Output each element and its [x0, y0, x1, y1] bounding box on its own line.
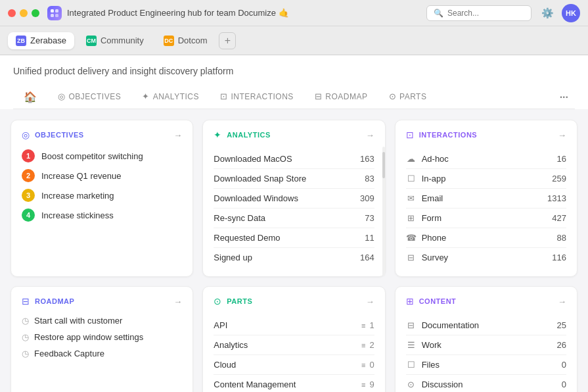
tab-dotcom[interactable]: DC Dotcom: [156, 32, 215, 49]
roadmap-rows: ◷ Start call with customer ◷ Restore app…: [22, 316, 182, 358]
objective-item-2: 2 Increase Q1 revenue: [22, 169, 182, 182]
content-label-0: Documentation: [422, 320, 479, 330]
user-avatar[interactable]: HK: [562, 4, 580, 22]
roadmap-clock-2: ◷: [22, 349, 29, 358]
card-objectives-header: ◎ OBJECTIVES →: [22, 130, 182, 140]
dashboard-row-1: ◎ OBJECTIVES → 1 Boost competitor switch…: [11, 120, 577, 277]
parts-label-2: Cloud: [214, 360, 236, 370]
nav-tab-interactions-label: INTERACTIONS: [231, 92, 293, 101]
form-icon: ⊞: [406, 213, 417, 223]
interaction-left-0: ☁ Ad-hoc: [406, 154, 449, 164]
card-content-title: CONTENT: [419, 297, 457, 305]
interaction-label-0: Ad-hoc: [422, 154, 449, 164]
card-analytics-header: ✦ ANALYTICS →: [214, 130, 374, 140]
interaction-left-3: ⊞ Form: [406, 213, 441, 223]
analytics-nav-icon: ✦: [142, 91, 150, 101]
tab-label-dotcom: Dotcom: [178, 36, 208, 45]
analytics-row-0: Downloaded MacOS 163: [214, 149, 374, 169]
objectives-list: 1 Boost competitor switching 2 Increase …: [22, 149, 182, 222]
interaction-label-5: Survey: [422, 253, 448, 262]
nav-tabs-more-button[interactable]: ···: [553, 87, 575, 107]
parts-count-group-3: ≡ 9: [361, 380, 374, 389]
nav-tab-interactions[interactable]: ⊡ INTERACTIONS: [210, 86, 304, 108]
search-box[interactable]: 🔍: [426, 5, 531, 21]
tab-favicon-community: CM: [86, 36, 97, 46]
parts-lines-icon-3: ≡: [361, 381, 365, 389]
content-left-0: ⊟ Documentation: [406, 320, 479, 330]
objective-badge-4: 4: [22, 208, 35, 222]
objective-item-3: 3 Increase marketing: [22, 189, 182, 202]
card-interactions: ⊡ INTERACTIONS → ☁ Ad-hoc 16 ☐ In-app: [395, 120, 577, 277]
interaction-count-2: 1313: [547, 193, 566, 203]
card-roadmap-header: ⊟ ROADMAP →: [22, 296, 182, 306]
content-row-3: ⊙ Discussion 0: [406, 375, 566, 392]
files-icon: ☐: [406, 360, 417, 370]
parts-row-3: Content Management ≡ 9: [214, 375, 374, 392]
card-interactions-title: INTERACTIONS: [419, 131, 478, 139]
objective-badge-3: 3: [22, 189, 35, 202]
analytics-label-3: Re-sync Data: [214, 213, 265, 223]
card-parts-title-group: ⊙ PARTS: [214, 296, 252, 306]
roadmap-label-2: Feedback Capture: [34, 349, 104, 358]
tab-favicon-zerabase: ZB: [16, 36, 26, 46]
roadmap-nav-icon: ⊟: [315, 91, 323, 101]
parts-arrow[interactable]: →: [366, 297, 374, 306]
objective-label-1: Boost competitor switching: [41, 151, 143, 161]
minimize-button[interactable]: [20, 9, 28, 17]
card-content-title-group: ⊞ CONTENT: [406, 296, 457, 306]
svg-rect-0: [51, 9, 54, 12]
parts-label-3: Content Management: [214, 380, 296, 389]
card-analytics: ✦ ANALYTICS → Downloaded MacOS 163 Downl…: [202, 120, 385, 277]
interaction-left-2: ✉ Email: [406, 193, 443, 203]
nav-tab-objectives[interactable]: ◎ OBJECTIVES: [47, 86, 131, 108]
analytics-label-1: Downloaded Snap Store: [214, 174, 306, 184]
email-icon: ✉: [406, 193, 417, 203]
roadmap-arrow[interactable]: →: [173, 297, 182, 306]
add-tab-button[interactable]: +: [219, 32, 236, 49]
nav-tab-parts[interactable]: ⊙ PARTS: [378, 86, 438, 108]
content-row-0: ⊟ Documentation 25: [406, 316, 566, 335]
interaction-row-3: ⊞ Form 427: [406, 208, 566, 228]
nav-tab-analytics-label: ANALYTICS: [153, 92, 199, 101]
content-label-3: Discussion: [422, 380, 463, 389]
content-arrow[interactable]: →: [558, 297, 566, 306]
roadmap-label-1: Restore app window settings: [34, 332, 143, 342]
objective-item-1: 1 Boost competitor switching: [22, 149, 182, 162]
roadmap-item-2: ◷ Feedback Capture: [22, 349, 182, 358]
tab-community[interactable]: CM Community: [78, 32, 152, 49]
scroll-thumb[interactable]: [382, 152, 385, 178]
maximize-button[interactable]: [32, 9, 39, 17]
roadmap-item-0: ◷ Start call with customer: [22, 316, 182, 326]
nav-tab-home[interactable]: 🏠: [13, 86, 47, 109]
work-icon: ☰: [406, 340, 417, 350]
survey-icon: ⊟: [406, 253, 417, 262]
analytics-count-4: 11: [365, 233, 374, 243]
card-interactions-header: ⊡ INTERACTIONS →: [406, 130, 566, 140]
interactions-arrow[interactable]: →: [558, 130, 566, 140]
analytics-row-3: Re-sync Data 73: [214, 208, 374, 228]
card-objectives: ◎ OBJECTIVES → 1 Boost competitor switch…: [11, 120, 193, 277]
analytics-rows: Downloaded MacOS 163 Downloaded Snap Sto…: [214, 149, 374, 267]
content-label-1: Work: [422, 340, 441, 350]
interaction-count-3: 427: [552, 213, 566, 223]
nav-tab-roadmap[interactable]: ⊟ ROADMAP: [304, 86, 378, 108]
interaction-label-2: Email: [422, 193, 443, 203]
interactions-nav-icon: ⊡: [220, 91, 228, 101]
inapp-icon: ☐: [406, 174, 417, 184]
nav-tab-analytics[interactable]: ✦ ANALYTICS: [131, 86, 210, 108]
close-button[interactable]: [8, 9, 16, 17]
objectives-arrow[interactable]: →: [173, 130, 182, 140]
tab-zerabase[interactable]: ZB Zerabase: [8, 32, 74, 49]
settings-button[interactable]: ⚙️: [538, 4, 556, 22]
objective-label-4: Increase stickiness: [41, 210, 114, 220]
search-input[interactable]: [447, 9, 524, 18]
objective-label-2: Increase Q1 revenue: [41, 171, 121, 181]
analytics-arrow[interactable]: →: [366, 130, 374, 140]
content-row-2: ☐ Files 0: [406, 355, 566, 375]
analytics-label-0: Downloaded MacOS: [214, 154, 292, 164]
parts-count-3: 9: [369, 380, 374, 389]
content-area: Unified product delivery and insight dis…: [0, 55, 588, 109]
card-analytics-title: ANALYTICS: [227, 131, 270, 139]
app-icon: [47, 6, 62, 20]
parts-count-group-0: ≡ 1: [361, 320, 374, 330]
